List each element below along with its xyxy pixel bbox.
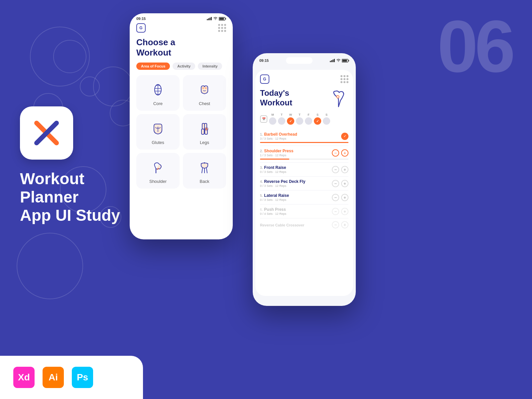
svg-rect-4 — [209, 18, 210, 20]
wifi-icon-2 — [336, 59, 340, 62]
core-icon — [149, 81, 167, 98]
exercise-4-meta: 0 / 3 Sets · 12 Reps — [260, 184, 332, 188]
svg-rect-25 — [342, 60, 347, 62]
exercise-6: 6. Push Press 0 / 4 Sets · 12 Reps − + — [260, 204, 348, 218]
signal-icon — [207, 17, 212, 20]
exercise-6-controls: − + — [332, 208, 348, 215]
exercise-4-controls: − + — [332, 180, 348, 187]
phone2-logo: G — [260, 74, 269, 84]
shoulder-illustration — [329, 88, 348, 108]
workout-card-back[interactable]: Back — [183, 153, 226, 189]
back-label: Back — [200, 179, 209, 184]
exercise-7-minus[interactable]: − — [332, 221, 339, 228]
exercise-1-check[interactable]: ✓ — [341, 133, 348, 140]
exercise-3-plus[interactable]: + — [341, 166, 348, 173]
exercise-3-name: Front Raise — [264, 165, 286, 170]
phone1-menu-icon[interactable] — [218, 24, 226, 32]
legs-label: Legs — [200, 140, 209, 145]
exercise-5-plus[interactable]: + — [341, 194, 348, 201]
workout-card-core[interactable]: Core — [136, 75, 180, 111]
svg-rect-26 — [348, 60, 349, 61]
svg-rect-5 — [211, 17, 212, 20]
shoulder-label: Shoulder — [149, 179, 167, 184]
exercise-4-plus[interactable]: + — [341, 180, 348, 187]
exercise-2: 2. Shoulder Press 1 / 3 Sets · 12 Reps −… — [260, 146, 348, 163]
svg-rect-23 — [334, 59, 335, 62]
exercise-3-controls: − + — [332, 166, 348, 173]
exercise-2-plus[interactable]: + — [341, 149, 348, 157]
brand-title: Workout Planner App UI Study — [20, 170, 120, 225]
workout-card-legs[interactable]: Legs — [183, 114, 226, 150]
exercise-7-name: Reverse Cable Crossover — [260, 223, 304, 227]
chest-icon — [196, 81, 213, 98]
exercise-5-minus[interactable]: − — [332, 194, 339, 201]
phone1-notch — [161, 13, 201, 22]
phone2-menu-icon[interactable] — [340, 75, 348, 83]
exercise-5-meta: 0 / 3 Sets · 12 Reps — [260, 198, 332, 201]
svg-rect-15 — [202, 123, 204, 129]
exercise-6-name: Push Press — [264, 207, 286, 212]
tool-xd: Xd — [13, 367, 35, 388]
exercise-list: 1. Barbell Overhead 3 / 3 Sets · 12 Reps… — [260, 129, 348, 231]
bg-circle-2 — [53, 40, 86, 73]
exercise-5: 5. Lateral Raise 0 / 3 Sets · 12 Reps − … — [260, 191, 348, 204]
exercise-1-progress — [260, 142, 348, 143]
exercise-6-meta: 0 / 4 Sets · 12 Reps — [260, 212, 332, 215]
dot-w — [287, 117, 294, 125]
exercise-1-num: 1. — [260, 133, 263, 136]
today-header: Today's Workout — [260, 88, 348, 108]
brand-section: Workout Planner App UI Study — [20, 106, 120, 227]
dot-m — [269, 117, 276, 125]
exercise-4-minus[interactable]: − — [332, 180, 339, 187]
battery-icon-2 — [342, 59, 349, 63]
legs-icon — [196, 120, 213, 137]
workout-card-shoulder[interactable]: Shoulder — [136, 153, 180, 189]
filter-area-of-focus[interactable]: Area of Focus — [136, 63, 170, 70]
exercise-7-plus[interactable]: + — [341, 221, 348, 228]
signal-icon-2 — [330, 59, 335, 62]
exercise-2-minus[interactable]: − — [332, 149, 339, 157]
phone2-inner: G Today's Workout 📅 M — [255, 70, 353, 296]
phone1-status-icons — [207, 17, 226, 21]
svg-point-13 — [202, 87, 204, 89]
exercise-2-meta: 1 / 3 Sets · 12 Reps — [260, 154, 332, 157]
phone1-logo: G — [136, 23, 146, 33]
phone1: 09:15 G — [130, 13, 233, 239]
exercise-6-plus[interactable]: + — [341, 208, 348, 215]
week-day-labels: M T W T F S S — [269, 113, 330, 116]
week-row: 📅 M T W T F S S — [260, 113, 348, 125]
exercise-7-controls: − + — [332, 221, 348, 228]
exercise-2-progress-fill — [260, 159, 289, 160]
exercise-4-num: 4. — [260, 180, 263, 184]
svg-point-27 — [336, 95, 339, 98]
app-icon — [20, 106, 73, 160]
exercise-2-num: 2. — [260, 149, 263, 153]
dot-t2 — [296, 117, 303, 125]
shoulder-icon — [149, 159, 167, 176]
exercise-2-name: Shoulder Press — [264, 149, 293, 153]
large-number: 06 — [437, 10, 512, 83]
exercise-3: 3. Front Raise 0 / 3 Sets · 12 Reps − + — [260, 163, 348, 177]
svg-rect-7 — [219, 18, 224, 20]
chest-label: Chest — [199, 101, 210, 106]
filter-intensity[interactable]: Intensity — [198, 63, 222, 70]
svg-rect-22 — [332, 60, 333, 62]
tool-ai: Ai — [43, 367, 64, 388]
tools-bar: Xd Ai Ps — [0, 356, 143, 399]
day-f: F — [305, 113, 312, 116]
phone2-status-icons — [330, 59, 349, 63]
day-t1: T — [278, 113, 285, 116]
day-w: W — [287, 113, 294, 116]
svg-rect-17 — [201, 129, 204, 134]
exercise-3-minus[interactable]: − — [332, 166, 339, 173]
svg-rect-3 — [208, 18, 209, 20]
workout-card-glutes[interactable]: Glutes — [136, 114, 180, 150]
exercise-5-name: Lateral Raise — [264, 193, 289, 198]
exercise-6-minus[interactable]: − — [332, 208, 339, 215]
workout-card-chest[interactable]: Chest — [183, 75, 226, 111]
exercise-2-controls: − + — [332, 149, 348, 157]
exercise-3-meta: 0 / 3 Sets · 12 Reps — [260, 170, 332, 174]
exercise-1-meta: 3 / 3 Sets · 12 Reps — [260, 137, 341, 140]
filter-activity[interactable]: Activity — [173, 63, 195, 70]
calendar-icon[interactable]: 📅 — [260, 115, 267, 123]
